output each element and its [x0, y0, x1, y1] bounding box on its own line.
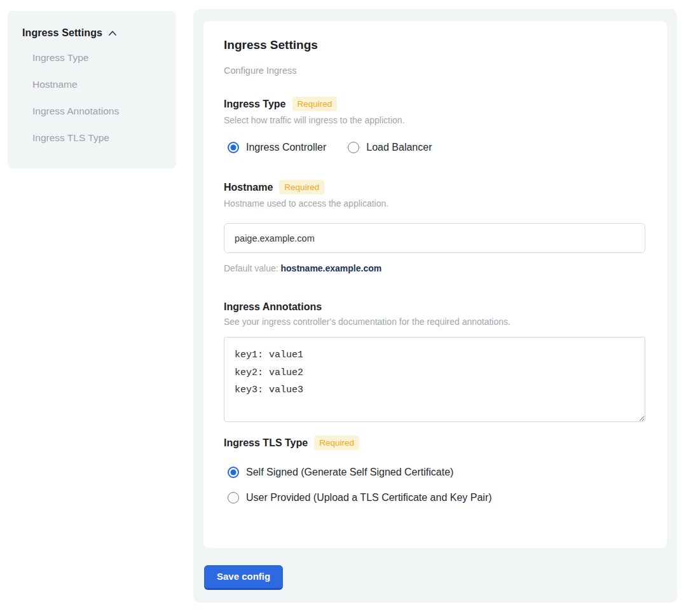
- radio-unselected-icon: [348, 142, 359, 153]
- ingress-type-radio-group: Ingress Controller Load Balancer: [228, 142, 647, 153]
- hostname-label: Hostname: [224, 182, 273, 193]
- default-value-label: Default value:: [224, 263, 278, 273]
- ingress-tls-type-radio-group: Self Signed (Generate Self Signed Certif…: [228, 467, 647, 503]
- ingress-type-field: Ingress Type Required Select how traffic…: [224, 97, 647, 153]
- sidebar-items: Ingress Type Hostname Ingress Annotation…: [22, 44, 176, 151]
- settings-sidebar: Ingress Settings Ingress Type Hostname I…: [8, 11, 176, 168]
- radio-selected-icon: [228, 142, 239, 153]
- ingress-type-label: Ingress Type: [224, 99, 286, 110]
- radio-ingress-controller[interactable]: Ingress Controller: [228, 142, 326, 153]
- sidebar-group-ingress-settings[interactable]: Ingress Settings: [22, 27, 176, 39]
- ingress-type-description: Select how traffic will ingress to the a…: [224, 115, 647, 125]
- ingress-annotations-textarea[interactable]: key1: value1 key2: value2 key3: value3: [224, 337, 645, 422]
- hostname-default-line: Default value: hostname.example.com: [224, 263, 647, 273]
- radio-label: User Provided (Upload a TLS Certificate …: [246, 492, 492, 503]
- ingress-tls-type-label: Ingress TLS Type: [224, 437, 308, 449]
- radio-load-balancer[interactable]: Load Balancer: [348, 142, 432, 153]
- radio-label: Ingress Controller: [246, 142, 326, 153]
- radio-label: Load Balancer: [366, 142, 432, 153]
- radio-selected-icon: [228, 467, 239, 478]
- sidebar-item-ingress-tls-type[interactable]: Ingress TLS Type: [22, 125, 176, 151]
- ingress-annotations-description: See your ingress controller's documentat…: [224, 317, 647, 327]
- required-badge: Required: [314, 435, 359, 450]
- ingress-settings-card: Ingress Settings Configure Ingress Ingre…: [203, 21, 667, 548]
- radio-user-provided[interactable]: User Provided (Upload a TLS Certificate …: [228, 492, 647, 503]
- page-title: Ingress Settings: [224, 38, 647, 52]
- hostname-field: Hostname Required Hostname used to acces…: [224, 180, 647, 273]
- sidebar-item-hostname[interactable]: Hostname: [22, 71, 176, 98]
- settings-panel: Ingress Settings Configure Ingress Ingre…: [193, 9, 677, 603]
- sidebar-item-ingress-annotations[interactable]: Ingress Annotations: [22, 98, 176, 125]
- ingress-tls-type-field: Ingress TLS Type Required Self Signed (G…: [224, 435, 647, 503]
- required-badge: Required: [279, 180, 324, 195]
- sidebar-item-ingress-type[interactable]: Ingress Type: [22, 44, 176, 71]
- radio-self-signed[interactable]: Self Signed (Generate Self Signed Certif…: [228, 467, 647, 478]
- radio-label: Self Signed (Generate Self Signed Certif…: [246, 467, 453, 478]
- sidebar-group-title: Ingress Settings: [22, 27, 102, 39]
- ingress-annotations-field: Ingress Annotations See your ingress con…: [224, 301, 647, 422]
- required-badge: Required: [292, 97, 338, 111]
- chevron-up-icon: [107, 29, 118, 39]
- default-value-text: hostname.example.com: [281, 263, 382, 273]
- hostname-description: Hostname used to access the application.: [224, 198, 647, 209]
- save-config-button[interactable]: Save config: [204, 565, 283, 590]
- page-subtitle: Configure Ingress: [224, 65, 647, 76]
- radio-unselected-icon: [228, 492, 239, 503]
- hostname-input[interactable]: [224, 223, 645, 253]
- ingress-annotations-label: Ingress Annotations: [224, 301, 322, 313]
